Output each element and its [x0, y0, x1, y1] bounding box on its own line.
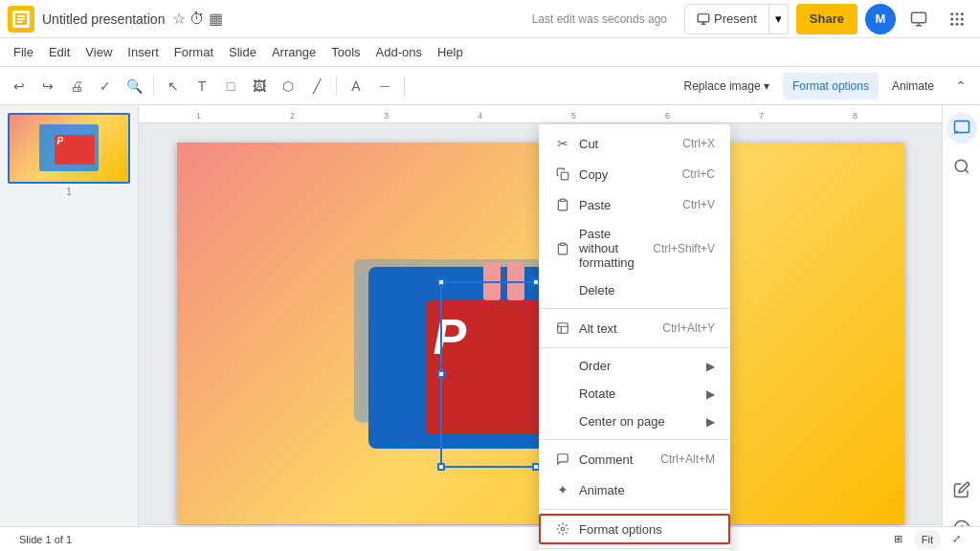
svg-rect-29	[558, 323, 568, 334]
grid-view-button[interactable]: ⊞	[886, 530, 910, 549]
menu-help[interactable]: Help	[430, 41, 471, 63]
context-menu-center-on-page[interactable]: Center on page ▶	[539, 408, 730, 435]
copy-shortcut: Ctrl+C	[682, 167, 715, 181]
sidebar-explore-icon[interactable]	[947, 151, 977, 182]
svg-point-11	[956, 12, 959, 15]
present-button[interactable]: Present	[684, 4, 769, 34]
avatar[interactable]: M	[865, 4, 896, 34]
context-menu: ✂ Cut Ctrl+X Copy Ctrl+C Paste Ctrl+V	[539, 124, 730, 551]
shape2-button[interactable]: ⬡	[275, 73, 301, 99]
context-menu-paste[interactable]: Paste Ctrl+V	[539, 189, 730, 220]
rotate-arrow: ▶	[706, 387, 715, 401]
copy-label: Copy	[579, 167, 608, 182]
context-menu-paste-no-format[interactable]: Paste without formatting Ctrl+Shift+V	[539, 220, 730, 276]
star-icon[interactable]: ☆	[172, 10, 186, 28]
shape-button[interactable]: □	[217, 73, 244, 99]
paste-no-format-shortcut: Ctrl+Shift+V	[653, 242, 715, 255]
paste-label: Paste	[579, 198, 611, 212]
cut-icon: ✂	[554, 135, 571, 152]
zoom-level-button[interactable]: Fit	[914, 530, 941, 549]
zoom-button[interactable]: 🔍	[121, 73, 147, 99]
ctx-divider-1	[539, 308, 730, 309]
app-icon-inner	[12, 11, 30, 28]
menu-slide[interactable]: Slide	[221, 41, 264, 63]
delete-label: Delete	[579, 283, 615, 298]
comment-shortcut: Ctrl+Alt+M	[660, 452, 715, 466]
cut-shortcut: Ctrl+X	[682, 137, 715, 150]
svg-rect-2	[17, 18, 25, 20]
title-right: Last edit was seconds ago Present ▾ Shar…	[532, 4, 972, 34]
svg-point-14	[956, 17, 959, 20]
order-label: Order	[579, 359, 611, 373]
bottom-right: ⊞ Fit ⤢	[886, 530, 969, 549]
context-menu-animate[interactable]: ✦ Animate	[539, 474, 730, 505]
sidebar-chat-icon[interactable]	[947, 113, 977, 143]
drive-icon[interactable]: ▦	[209, 10, 223, 28]
menu-view[interactable]: View	[78, 41, 120, 63]
format-options-label: Format options	[579, 522, 662, 537]
svg-rect-4	[698, 13, 709, 21]
print-button[interactable]: 🖨	[63, 73, 90, 99]
line-button[interactable]: ╱	[303, 73, 330, 99]
svg-line-22	[965, 169, 968, 172]
menu-format[interactable]: Format	[167, 41, 221, 63]
svg-point-16	[950, 22, 953, 25]
undo-button[interactable]: ↩	[6, 73, 33, 99]
redo-button[interactable]: ↪	[34, 73, 61, 99]
svg-rect-7	[912, 12, 926, 23]
context-menu-copy[interactable]: Copy Ctrl+C	[539, 159, 730, 189]
spellcheck-button[interactable]: ✓	[92, 73, 119, 99]
replace-image-button[interactable]: Replace image ▾	[675, 73, 779, 99]
menu-file[interactable]: File	[6, 41, 41, 63]
context-menu-format-options[interactable]: Format options	[539, 514, 730, 544]
context-menu-order[interactable]: Order ▶	[539, 352, 730, 380]
monitor-icon[interactable]	[903, 4, 934, 34]
svg-point-30	[561, 527, 565, 531]
fullscreen-button[interactable]: ⤢	[945, 530, 969, 549]
animate-button[interactable]: Animate	[882, 73, 944, 99]
present-dropdown-button[interactable]: ▾	[769, 4, 789, 34]
history-icon[interactable]: ⏱	[189, 11, 205, 28]
last-edit-text: Last edit was seconds ago	[532, 12, 667, 26]
slide-thumb-inner: P	[10, 115, 128, 182]
collapse-button[interactable]: ⌃	[947, 73, 974, 99]
svg-rect-1	[17, 15, 25, 17]
sidebar-edit-icon[interactable]	[947, 474, 977, 505]
paste-no-format-label: Paste without formatting	[579, 227, 653, 270]
menu-edit[interactable]: Edit	[41, 41, 78, 63]
image-button[interactable]: 🖼	[246, 73, 273, 99]
menu-tools[interactable]: Tools	[323, 41, 368, 63]
background-color-button[interactable]: A	[343, 73, 369, 99]
paste-no-format-icon	[554, 240, 571, 257]
context-menu-cut[interactable]: ✂ Cut Ctrl+X	[539, 128, 730, 159]
present-label: Present	[714, 11, 757, 26]
alt-text-shortcut: Ctrl+Alt+Y	[662, 321, 715, 335]
font-color-button[interactable]: ―	[371, 73, 398, 99]
context-menu-comment[interactable]: Comment Ctrl+Alt+M	[539, 444, 730, 474]
text-button[interactable]: T	[189, 73, 215, 99]
cursor-button[interactable]: ↖	[160, 73, 187, 99]
format-options-button[interactable]: Format options	[783, 73, 879, 99]
alt-text-icon	[554, 320, 571, 337]
context-menu-rotate[interactable]: Rotate ▶	[539, 380, 730, 408]
bottom-bar: Slide 1 of 1 ⊞ Fit ⤢	[0, 526, 980, 551]
context-menu-alt-text[interactable]: Alt text Ctrl+Alt+Y	[539, 313, 730, 343]
menu-arrange[interactable]: Arrange	[264, 41, 323, 63]
main-area: P 1 1 2 3 4 5 6 7 8	[0, 105, 980, 551]
animate-icon: ✦	[554, 481, 571, 498]
context-menu-delete[interactable]: Delete	[539, 276, 730, 304]
ruler-top: 1 2 3 4 5 6 7 8	[139, 105, 942, 123]
slides-panel: P 1	[0, 105, 139, 551]
menu-insert[interactable]: Insert	[120, 41, 167, 63]
ctx-divider-4	[539, 509, 730, 510]
pdf-text: P	[434, 308, 465, 365]
share-button[interactable]: Share	[796, 4, 858, 34]
toolbar-separator-2	[336, 77, 337, 96]
menu-bar: File Edit View Insert Format Slide Arran…	[0, 38, 980, 67]
doc-title: Untitled presentation	[42, 11, 165, 27]
svg-point-13	[950, 17, 953, 20]
apps-icon[interactable]	[942, 4, 972, 34]
handle-bl[interactable]	[437, 463, 445, 471]
slide-thumbnail-1[interactable]: P	[8, 113, 130, 184]
menu-addons[interactable]: Add-ons	[368, 41, 430, 63]
